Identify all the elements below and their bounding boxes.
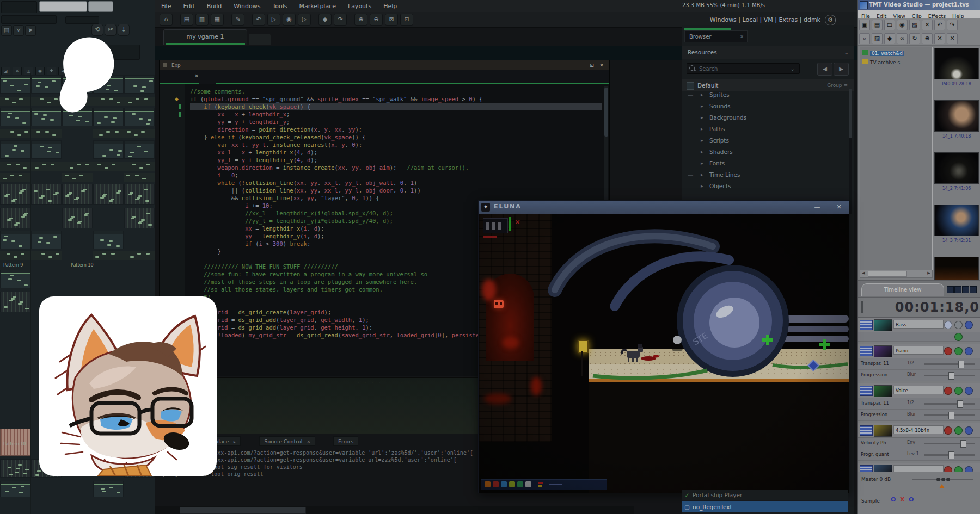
video-titlebar[interactable]: TMT Video Studio — project1.tvs [858,0,980,10]
track-button[interactable] [944,347,952,355]
media-tree-item[interactable]: 01. watch&d [861,49,930,58]
fl-pattern-clip[interactable] [124,173,155,182]
sub-slider-track[interactable] [924,363,975,365]
video-tool-icon[interactable]: ↻ [909,33,920,44]
resource-panel-tab[interactable]: Browser ✕ [684,30,748,42]
search-input[interactable]: Search ⌄ [687,63,800,74]
track-name[interactable]: 4.5x8-4 10b4n [893,425,944,434]
track-button[interactable] [965,426,973,435]
clip-thumbnail[interactable] [934,205,979,236]
track-button[interactable] [954,347,963,355]
drag-handle-icon[interactable] [860,425,873,436]
sample-glyph[interactable]: O [891,496,900,503]
video-tool-icon[interactable]: ∞ [897,33,908,44]
gm-toolbar-icon[interactable]: ⊡ [400,14,413,26]
menu-item-layouts[interactable]: Layouts [342,1,377,10]
fl-pattern-clip[interactable] [31,231,62,249]
scroll-right-icon[interactable]: ▶ [926,270,932,276]
fl-pattern-clip[interactable] [124,75,155,94]
track-row[interactable]: Piano [858,344,980,358]
view-button-4[interactable] [970,286,977,293]
fl-pattern-clip[interactable] [0,173,30,182]
gm-toolbar-icon[interactable]: ⊖ [370,14,383,26]
video-tool-icon[interactable]: ↶ [934,20,945,30]
bottom-tab[interactable]: Errors [333,436,358,446]
video-tool-icon[interactable]: ▤ [872,20,883,30]
track-name[interactable]: Voice [893,386,944,394]
tree-scrollbar-thumb[interactable] [849,89,852,138]
menu-item-windows[interactable]: Windows [228,1,266,10]
view-button-3[interactable] [962,286,969,293]
resource-tab-close-icon[interactable]: ✕ [740,31,744,42]
sub-slider-handle[interactable] [960,440,966,448]
drag-handle-icon[interactable] [860,386,873,396]
sub-slider-handle[interactable] [948,372,954,380]
video-tool-icon[interactable]: ✕ [934,33,945,44]
gear-icon[interactable]: ⚙ [825,15,836,26]
clip-thumbnail[interactable] [934,152,979,184]
fl-pattern-clip[interactable] [0,129,30,138]
fl-pattern-clip[interactable] [0,140,30,159]
fl-pattern-clip[interactable] [31,251,62,260]
clip-thumbnail[interactable] [934,48,979,79]
gm-target-bar[interactable]: Windows | Local | VM | Extras | ddmk⚙ [710,15,836,26]
fl-pattern-clip[interactable] [0,162,30,171]
fl-pattern-clip[interactable] [93,184,124,205]
tree-item-backgrounds[interactable]: ▸Backgrounds [682,112,854,123]
fl-pattern-clip[interactable] [0,75,30,94]
menu-item-edit[interactable]: Edit [177,1,200,10]
game-titlebar[interactable]: ✦ ELUNA — ✕ [479,201,849,214]
tree-item-objects[interactable]: ▸Objects [682,181,854,192]
scroll-left-icon[interactable]: ◀ [860,270,867,276]
track-button[interactable] [965,347,973,355]
menu-item-file[interactable]: File [155,1,177,10]
fl-pattern-clip[interactable] [0,97,30,106]
nav-prev-button[interactable]: ◀ [817,63,832,76]
video-tool-icon[interactable]: ▣ [859,20,870,30]
timeline-tab[interactable]: Timeline view [861,283,944,296]
menu-item-marketplace[interactable]: Marketplace [293,1,342,10]
slider-dot[interactable] [936,478,940,481]
gm-toolbar-icon[interactable]: ↷ [334,14,347,26]
gm-toolbar-icon[interactable]: ✎ [231,14,244,26]
fl-pattern-clip[interactable] [93,129,124,138]
fl-pattern-clip[interactable] [0,481,30,497]
fl-pattern-clip[interactable] [31,162,62,171]
close-icon[interactable]: ✕ [835,203,843,212]
close-icon[interactable]: ✕ [598,62,605,69]
track-button[interactable] [965,387,973,395]
nav-next-button[interactable]: ▶ [834,63,849,76]
fl-pattern-clip[interactable] [62,208,93,228]
search-chevron-icon[interactable]: ⌄ [791,64,795,74]
track-row[interactable]: Voice [858,383,980,398]
gm-toolbar-icon[interactable]: ▤ [180,14,193,26]
restore-icon[interactable]: ⊡ [589,62,595,69]
code-tab-close-icon[interactable]: ✕ [194,73,199,79]
sub-slider-handle[interactable] [948,451,954,459]
gm-toolbar-icon[interactable]: ◆ [318,14,332,26]
tree-item-time-lines[interactable]: —▸Time Lines [682,169,854,181]
code-tabstrip[interactable]: ✕ [160,70,609,84]
fl-pattern-clip[interactable] [124,108,155,126]
sub-slider-handle[interactable] [948,412,954,419]
slider-dot[interactable] [941,478,945,481]
fl-pattern-clip[interactable] [93,251,124,260]
fl-pattern-clip[interactable] [124,251,155,260]
video-tool-icon[interactable]: ✕ [947,33,958,44]
fl-pattern-clip[interactable] [93,481,124,497]
gm-toolbar-icon[interactable]: ⊠ [385,14,398,26]
gm-workspace-tab[interactable]: my vgame 1 [163,29,247,45]
fl-pattern-clip[interactable] [124,162,155,171]
fl-pattern-clip[interactable] [31,184,62,205]
gm-toolbar-icon[interactable]: ⊕ [354,14,367,26]
menu-item-help[interactable]: Help [377,1,403,10]
fl-pattern-clip[interactable] [0,184,30,205]
menu-item-tools[interactable]: Tools [266,1,293,10]
tree-item-paths[interactable]: ▸Paths [682,123,854,135]
track-row[interactable]: Bass [858,318,980,332]
fl-pattern-clip[interactable] [93,140,124,159]
sub-slider-handle[interactable] [958,361,964,368]
gm-toolbar-icon[interactable]: ▷ [267,14,280,26]
tree-item-sprites[interactable]: —▸Sprites [682,89,854,101]
track-button[interactable] [954,321,963,329]
